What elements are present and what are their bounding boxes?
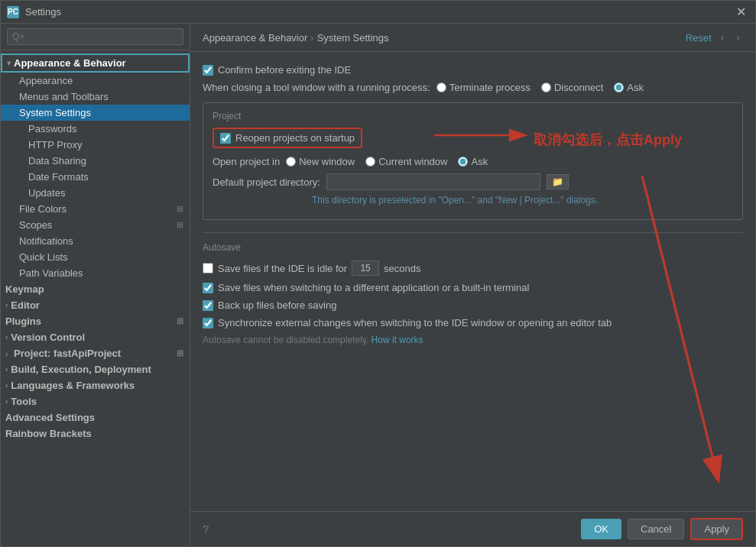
back-button[interactable]: ‹ (718, 30, 728, 45)
backup-row: Back up files before saving (203, 299, 743, 311)
open-project-radio-group: New window Current window Ask (286, 156, 488, 167)
sidebar-item-rainbow-brackets[interactable]: Rainbow Brackets (1, 426, 190, 442)
autosave-note: Autosave cannot be disabled completely. … (203, 335, 743, 345)
header-nav: Reset ‹ › (686, 30, 743, 45)
search-input[interactable] (7, 28, 183, 45)
dir-hint: This directory is preselected in "Open..… (312, 195, 733, 206)
sidebar-item-path-variables[interactable]: Path Variables (1, 265, 190, 281)
close-button[interactable]: ✕ (733, 5, 749, 19)
sidebar-item-advanced-settings[interactable]: Advanced Settings (1, 409, 190, 426)
expand-icon: ⊞ (177, 204, 183, 214)
ok-button[interactable]: OK (581, 519, 621, 539)
expand-icon: ⊞ (177, 348, 183, 358)
expand-arrow: › (5, 397, 8, 406)
sidebar-item-system-settings[interactable]: System Settings (1, 105, 190, 121)
ask2-label: Ask (471, 156, 488, 167)
idle-save-label1: Save files if the IDE is idle for (218, 263, 347, 274)
sidebar-item-keymap[interactable]: Keymap (1, 281, 190, 297)
sidebar-item-data-sharing[interactable]: Data Sharing (1, 153, 190, 169)
sidebar-item-plugins[interactable]: Plugins ⊞ (1, 313, 190, 329)
sidebar-item-build-execution[interactable]: › Build, Execution, Deployment (1, 361, 190, 377)
confirm-exit-checkbox[interactable] (203, 65, 213, 76)
title-bar: PC Settings ✕ (1, 1, 755, 24)
reopen-row-container: Reopen projects on startup (213, 128, 733, 148)
ask-option: Ask (614, 82, 644, 93)
disconnect-radio[interactable] (541, 83, 551, 92)
cancel-button[interactable]: Cancel (628, 519, 684, 539)
terminate-label: Terminate process (449, 82, 530, 93)
default-dir-row: Default project directory: 📁 (213, 173, 733, 190)
expand-arrow: › (5, 381, 8, 390)
switch-app-label: Save files when switching to a different… (218, 282, 529, 293)
expand-arrow: › (5, 301, 8, 309)
folder-button[interactable]: 📁 (547, 174, 569, 189)
expand-arrow: › (5, 365, 8, 374)
open-project-label: Open project in (213, 156, 280, 167)
how-it-works-link[interactable]: How it works (372, 335, 423, 345)
sidebar-item-file-colors[interactable]: File Colors ⊞ (1, 201, 190, 217)
current-window-radio[interactable] (365, 157, 375, 167)
content-body: Confirm before exiting the IDE When clos… (190, 52, 755, 511)
section-divider (203, 232, 743, 233)
apply-button[interactable]: Apply (690, 518, 743, 540)
default-dir-label: Default project directory: (213, 176, 320, 188)
reset-button[interactable]: Reset (686, 32, 712, 44)
tool-window-radio-group: Terminate process Disconnect Ask (436, 82, 644, 93)
expand-icon: ⊞ (177, 316, 183, 326)
sidebar-item-editor[interactable]: › Editor (1, 297, 190, 313)
title-bar-text: Settings (25, 6, 733, 18)
sidebar-item-date-formats[interactable]: Date Formats (1, 169, 190, 185)
help-icon[interactable]: ? (203, 523, 209, 536)
disconnect-option: Disconnect (541, 82, 603, 93)
terminate-radio[interactable] (436, 83, 446, 92)
ask-radio[interactable] (614, 83, 624, 92)
sync-checkbox[interactable] (203, 318, 213, 329)
search-box (1, 24, 190, 50)
disconnect-label: Disconnect (554, 82, 603, 93)
reopen-label: Reopen projects on startup (235, 132, 355, 144)
switch-app-checkbox[interactable] (203, 283, 213, 293)
switch-app-row: Save files when switching to a different… (203, 282, 743, 293)
annotation-arrow (434, 120, 702, 181)
main-content: Appearance & Behavior › System Settings … (190, 24, 755, 546)
sidebar-item-notifications[interactable]: Notifications (1, 233, 190, 249)
sidebar-item-menus-toolbars[interactable]: Menus and Toolbars (1, 89, 190, 105)
sidebar-item-quick-lists[interactable]: Quick Lists (1, 249, 190, 265)
sidebar-item-tools[interactable]: › Tools (1, 393, 190, 409)
confirm-exit-label: Confirm before exiting the IDE (218, 64, 351, 76)
idle-input[interactable] (352, 261, 379, 276)
settings-dialog: PC Settings ✕ ▾ Appearance & Behavior Ap… (0, 0, 756, 547)
sidebar-item-passwords[interactable]: Passwords (1, 121, 190, 137)
sidebar-item-version-control[interactable]: › Version Control (1, 329, 190, 345)
app-icon: PC (7, 6, 19, 18)
sidebar-item-appearance[interactable]: Appearance (1, 73, 190, 89)
sidebar-tree: ▾ Appearance & Behavior Appearance Menus… (1, 50, 190, 546)
dialog-body: ▾ Appearance & Behavior Appearance Menus… (1, 24, 755, 546)
default-dir-input[interactable] (326, 173, 540, 190)
breadcrumb: Appearance & Behavior › System Settings (203, 32, 389, 44)
sidebar-item-http-proxy[interactable]: HTTP Proxy (1, 137, 190, 153)
forward-button[interactable]: › (733, 30, 743, 45)
current-window-label: Current window (378, 156, 447, 167)
project-section: Project Reopen projects on startup (203, 102, 743, 220)
backup-label: Back up files before saving (218, 299, 336, 311)
new-window-label: New window (299, 156, 355, 167)
sidebar-item-project[interactable]: › Project: fastApiProject ⊞ (1, 345, 190, 361)
tool-window-row: When closing a tool window with a runnin… (203, 82, 743, 93)
sidebar-item-updates[interactable]: Updates (1, 185, 190, 201)
new-window-option: New window (286, 156, 355, 167)
ask2-radio[interactable] (458, 157, 468, 167)
tool-window-label: When closing a tool window with a runnin… (203, 82, 430, 93)
sidebar-item-appearance-behavior[interactable]: ▾ Appearance & Behavior (1, 53, 190, 73)
current-window-option: Current window (365, 156, 447, 167)
reopen-checkbox[interactable] (220, 133, 231, 144)
idle-save-checkbox[interactable] (203, 263, 213, 274)
sidebar-item-languages-frameworks[interactable]: › Languages & Frameworks (1, 377, 190, 393)
expand-arrow: › (5, 333, 8, 341)
new-window-radio[interactable] (286, 157, 296, 167)
sync-row: Synchronize external changes when switch… (203, 317, 743, 329)
backup-checkbox[interactable] (203, 300, 213, 311)
idle-save-label2: seconds (384, 263, 420, 274)
sidebar-item-scopes[interactable]: Scopes ⊞ (1, 217, 190, 233)
expand-icon: ⊞ (177, 220, 183, 230)
